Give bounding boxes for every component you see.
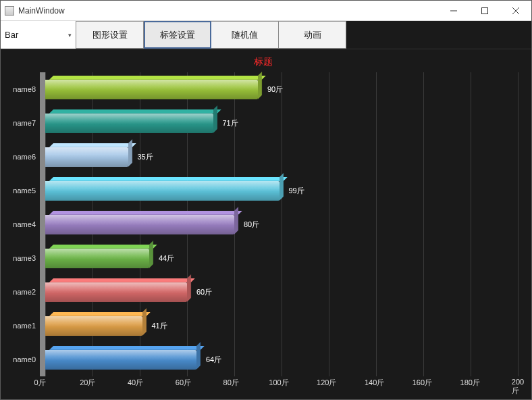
close-button[interactable] xyxy=(500,1,531,20)
x-axis: 0斤20斤40斤60斤80斤100斤120斤140斤160斤180斤200斤 xyxy=(40,378,518,387)
bar-row: 64斤 xyxy=(45,343,518,376)
bar[interactable]: 64斤 xyxy=(45,350,196,370)
chevron-down-icon: ▾ xyxy=(68,32,72,39)
y-axis-label: name4 xyxy=(9,207,40,241)
toolbar-button-1[interactable]: 标签设置 xyxy=(144,21,211,49)
bar-value-label: 71斤 xyxy=(223,118,238,128)
bar[interactable]: 99斤 xyxy=(45,181,280,201)
y-axis-label: name6 xyxy=(9,140,40,174)
chart-area: 标题 name8name7name6name5name4name3name2na… xyxy=(1,49,531,399)
y-axis-label: name5 xyxy=(9,174,40,207)
toolbar-button-0[interactable]: 图形设置 xyxy=(76,21,144,49)
bar-row: 60斤 xyxy=(45,275,518,309)
minimize-button[interactable] xyxy=(438,1,469,20)
x-axis-label: 200斤 xyxy=(512,378,524,396)
svg-rect-1 xyxy=(482,7,488,14)
y-axis-labels: name8name7name6name5name4name3name2name1… xyxy=(9,72,40,376)
bar-value-label: 41斤 xyxy=(152,321,167,331)
bar-value-label: 35斤 xyxy=(138,152,153,162)
plot-wrap: name8name7name6name5name4name3name2name1… xyxy=(9,72,518,376)
y-axis-label: name0 xyxy=(9,343,40,376)
bar[interactable]: 90斤 xyxy=(45,80,258,99)
app-icon xyxy=(5,6,14,16)
combo-value: Bar xyxy=(5,30,18,40)
bar-row: 35斤 xyxy=(45,140,518,174)
titlebar: MainWindow xyxy=(1,1,531,21)
x-axis-label: 20斤 xyxy=(80,378,95,388)
x-axis-label: 120斤 xyxy=(317,378,336,388)
bar-row: 90斤 xyxy=(45,72,518,106)
bar[interactable]: 35斤 xyxy=(45,147,128,167)
window-title: MainWindow xyxy=(18,6,438,16)
bar-value-label: 44斤 xyxy=(159,253,174,264)
bar[interactable]: 71斤 xyxy=(45,114,213,133)
app-body: Bar ▾ 图形设置标签设置随机值动画 标题 name8name7name6na… xyxy=(1,21,531,399)
gridline xyxy=(518,72,518,376)
bar-row: 80斤 xyxy=(45,207,518,241)
x-axis-label: 140斤 xyxy=(365,378,384,388)
y-axis-label: name7 xyxy=(9,106,40,140)
bar[interactable]: 60斤 xyxy=(45,282,187,302)
x-axis-label: 80斤 xyxy=(223,378,239,388)
bar-row: 99斤 xyxy=(45,174,518,207)
bar-value-label: 99斤 xyxy=(289,186,304,196)
maximize-button[interactable] xyxy=(469,1,500,20)
x-axis-label: 40斤 xyxy=(128,378,143,388)
main-window: MainWindow Bar ▾ 图形设置标签设置随机值动画 标题 name8n… xyxy=(0,0,532,400)
chart-title: 标题 xyxy=(9,56,518,68)
toolbar-button-2[interactable]: 随机值 xyxy=(211,21,279,49)
y-axis-label: name2 xyxy=(9,275,40,309)
bar-value-label: 90斤 xyxy=(267,84,283,95)
bar[interactable]: 44斤 xyxy=(45,249,149,268)
x-axis-label: 100斤 xyxy=(269,378,288,388)
x-axis-label: 180斤 xyxy=(460,378,480,388)
toolbar: Bar ▾ 图形设置标签设置随机值动画 xyxy=(1,21,531,49)
bar-value-label: 80斤 xyxy=(244,220,259,230)
bar-row: 41斤 xyxy=(45,309,518,343)
x-axis-label: 160斤 xyxy=(413,378,432,388)
y-axis-label: name8 xyxy=(9,72,40,106)
x-axis-label: 0斤 xyxy=(34,378,45,388)
bar-value-label: 64斤 xyxy=(206,355,221,365)
plot: 90斤71斤35斤99斤80斤44斤60斤41斤64斤 xyxy=(40,72,518,376)
chart-type-combo[interactable]: Bar ▾ xyxy=(1,21,76,49)
toolbar-buttons: 图形设置标签设置随机值动画 xyxy=(76,21,346,49)
bar[interactable]: 41斤 xyxy=(45,316,142,336)
x-axis-label: 60斤 xyxy=(176,378,191,388)
y-axis-label: name3 xyxy=(9,241,40,275)
bar-row: 71斤 xyxy=(45,106,518,140)
bars: 90斤71斤35斤99斤80斤44斤60斤41斤64斤 xyxy=(45,72,518,376)
bar[interactable]: 80斤 xyxy=(45,215,234,234)
toolbar-button-3[interactable]: 动画 xyxy=(279,21,346,49)
bar-value-label: 60斤 xyxy=(196,287,212,297)
bar-row: 44斤 xyxy=(45,241,518,275)
y-axis-label: name1 xyxy=(9,309,40,343)
